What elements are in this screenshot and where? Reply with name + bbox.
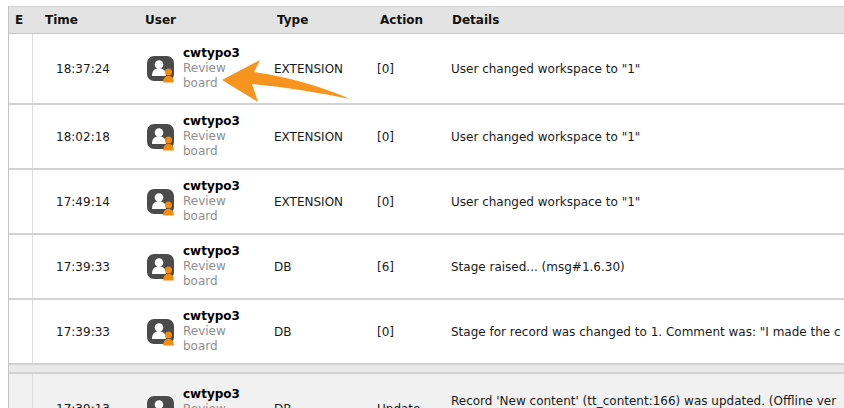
- user-label: cwtypo3 Review board: [183, 309, 240, 354]
- details-line: User changed workspace to "1": [451, 61, 844, 77]
- log-action: [0]: [368, 130, 440, 144]
- table-row: 17:39:33 cwtypo3 Review board DB [0] Sta…: [9, 300, 844, 365]
- log-user-cell: cwtypo3 Review board: [133, 179, 265, 224]
- log-user-cell: cwtypo3 Review board: [133, 46, 265, 91]
- user-login: cwtypo3: [183, 179, 240, 194]
- log-user-cell: cwtypo3 Review board: [133, 387, 265, 408]
- user-label: cwtypo3 Review board: [183, 114, 240, 159]
- error-cell: [9, 300, 33, 363]
- error-cell: [9, 235, 33, 298]
- error-cell: [9, 374, 33, 408]
- error-cell: [9, 34, 33, 103]
- log-details: User changed workspace to "1": [440, 129, 844, 145]
- log-time: 17:49:14: [33, 195, 133, 209]
- details-line: Stage for record was changed to 1. Comme…: [451, 324, 844, 340]
- table-body: 18:37:24 cwtypo3 Review board EXTENSION …: [9, 34, 844, 408]
- group-divider: [9, 365, 844, 374]
- user-login: cwtypo3: [183, 46, 240, 61]
- log-action: [0]: [368, 325, 440, 339]
- error-cell: [9, 105, 33, 168]
- user-realname: Review board: [183, 402, 235, 408]
- user-realname: Review board: [183, 61, 235, 91]
- details-line: Stage raised... (msg#1.6.30): [451, 259, 844, 275]
- details-line: User changed workspace to "1": [451, 129, 844, 145]
- table-row: 17:39:13 cwtypo3 Review board DB Update …: [9, 374, 844, 408]
- log-type: EXTENSION: [265, 195, 368, 209]
- log-action: [0]: [368, 195, 440, 209]
- log-action: Update: [368, 402, 440, 408]
- log-time: 18:37:24: [33, 62, 133, 76]
- user-realname: Review board: [183, 194, 235, 224]
- log-type: EXTENSION: [265, 130, 368, 144]
- user-label: cwtypo3 Review board: [183, 46, 240, 91]
- log-details: User changed workspace to "1": [440, 61, 844, 77]
- user-realname: Review board: [183, 129, 235, 159]
- log-user-cell: cwtypo3 Review board: [133, 114, 265, 159]
- backend-user-icon: [146, 187, 176, 217]
- log-user-cell: cwtypo3 Review board: [133, 309, 265, 354]
- log-user-cell: cwtypo3 Review board: [133, 244, 265, 289]
- log-type: EXTENSION: [265, 62, 368, 76]
- user-realname: Review board: [183, 324, 235, 354]
- log-type: DB: [265, 325, 368, 339]
- log-time: 17:39:33: [33, 260, 133, 274]
- table-row: 17:39:33 cwtypo3 Review board DB [6] Sta…: [9, 235, 844, 300]
- log-details: Record 'New content' (tt_content:166) wa…: [440, 393, 844, 408]
- user-label: cwtypo3 Review board: [183, 244, 240, 289]
- log-time: 18:02:18: [33, 130, 133, 144]
- table-header-row: E Time User Type Action Details: [9, 6, 844, 34]
- column-header-type: Type: [265, 13, 368, 27]
- backend-user-icon: [146, 54, 176, 84]
- details-line: User changed workspace to "1": [451, 194, 844, 210]
- error-cell: [9, 170, 33, 233]
- log-type: DB: [265, 402, 368, 408]
- log-time: 17:39:13: [33, 402, 133, 408]
- admin-log-table: E Time User Type Action Details 18:37:24…: [8, 6, 844, 408]
- user-label: cwtypo3 Review board: [183, 387, 240, 408]
- log-action: [0]: [368, 62, 440, 76]
- column-header-action: Action: [368, 13, 440, 27]
- user-login: cwtypo3: [183, 309, 240, 324]
- log-details: Stage raised... (msg#1.6.30): [440, 259, 844, 275]
- table-row: 17:49:14 cwtypo3 Review board EXTENSION …: [9, 170, 844, 235]
- table-row: 18:37:24 cwtypo3 Review board EXTENSION …: [9, 34, 844, 105]
- log-action: [6]: [368, 260, 440, 274]
- log-type: DB: [265, 260, 368, 274]
- log-module-view: E Time User Type Action Details 18:37:24…: [0, 0, 844, 408]
- column-header-error: E: [9, 13, 33, 27]
- backend-user-icon: [146, 394, 176, 408]
- user-login: cwtypo3: [183, 387, 240, 402]
- backend-user-icon: [146, 317, 176, 347]
- column-header-user: User: [133, 13, 265, 27]
- column-header-time: Time: [33, 13, 133, 27]
- user-login: cwtypo3: [183, 114, 240, 129]
- backend-user-icon: [146, 122, 176, 152]
- log-details: User changed workspace to "1": [440, 194, 844, 210]
- user-realname: Review board: [183, 259, 235, 289]
- log-time: 17:39:33: [33, 325, 133, 339]
- column-header-details: Details: [440, 13, 844, 27]
- user-login: cwtypo3: [183, 244, 240, 259]
- details-line: Record 'New content' (tt_content:166) wa…: [451, 393, 844, 408]
- backend-user-icon: [146, 252, 176, 282]
- user-label: cwtypo3 Review board: [183, 179, 240, 224]
- table-row: 18:02:18 cwtypo3 Review board EXTENSION …: [9, 105, 844, 170]
- log-details: Stage for record was changed to 1. Comme…: [440, 324, 844, 340]
